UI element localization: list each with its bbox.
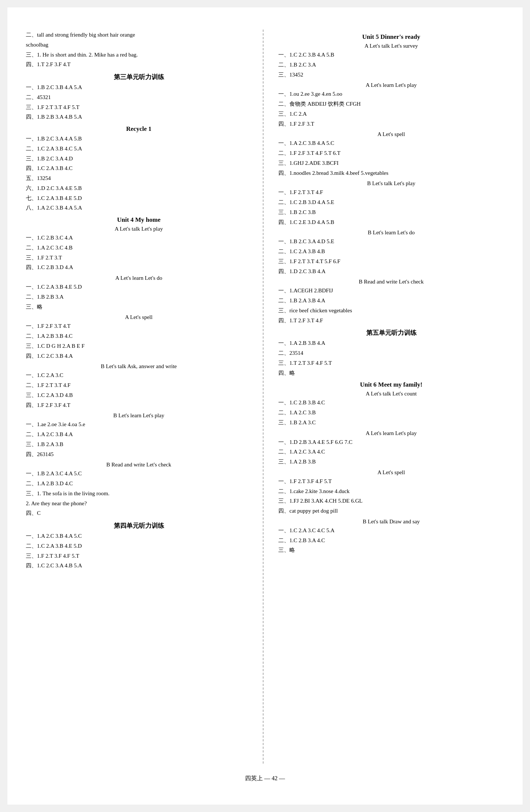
- u5s6-3: 三、rice beef chicken vegetables: [278, 306, 504, 315]
- unit5-s5: 一、1.B 2.C 3.A 4.D 5.E 二、1.C 2.A 3.B 4.B …: [278, 237, 504, 276]
- u4l-1: 一、1.A 2.C 3.B 4.A 5.C: [26, 531, 252, 541]
- u4s4-4: 四、1.F 2.F 3.F 4.T: [26, 401, 252, 410]
- u5l-1: 一、1.A 2.B 3.B 4.A: [278, 339, 504, 348]
- unit4-listen: 一、1.A 2.C 3.B 4.A 5.C 二、1.C 2.A 3.B 4.E …: [26, 531, 252, 570]
- u5s5-2: 二、1.C 2.A 3.B 4.B: [278, 247, 504, 256]
- unit5-sub6: B Read and write Let's check: [278, 279, 504, 285]
- u4l-3: 三、1.F 2.T 3.F 4.F 5.T: [26, 551, 252, 561]
- u5l-4: 四、略: [278, 368, 504, 378]
- unit6-s4: 一、1.C 2.A 3.C 4.C 5.A 二、1.C 2.B 3.A 4.C …: [278, 526, 504, 555]
- u5s2-4: 四、1.F 2.F 3.T: [278, 119, 504, 129]
- unit3-line-4: 四、1.B 2.B 3.A 4.B 5.A: [26, 112, 252, 122]
- r1-line-2: 二、1.C 2.A 3.B 4.C 5.A: [26, 144, 252, 153]
- u6s1-3: 三、1.B 2.A 3.C: [278, 418, 504, 427]
- u4s6-3: 三、1. The sofa is in the living room.: [26, 489, 252, 498]
- left-column: 二、tall and strong friendly big short hai…: [26, 30, 264, 764]
- u5l-3: 三、1.T 2.T 3.F 4.F 5.T: [278, 359, 504, 368]
- u5s3-4: 四、1.noodles 2.bread 3.milk 4.beef 5.vege…: [278, 169, 504, 178]
- unit3-line-1: 一、1.B 2.C 3.B 4.A 5.A: [26, 83, 252, 92]
- r1-line-7: 七、1.C 2.A 3.B 4.E 5.D: [26, 194, 252, 203]
- u6s2-1: 一、1.D 2.B 3.A 4.E 5.F 6.G 7.C: [278, 438, 504, 447]
- r1-line-6: 六、1.D 2.C 3.A 4.E 5.B: [26, 184, 252, 193]
- unit4-listen-title: 第四单元听力训练: [26, 521, 252, 530]
- u6s2-2: 二、1.A 2.C 3.A 4.C: [278, 447, 504, 456]
- u5s3-1: 一、1.A 2.C 3.B 4.A 5.C: [278, 139, 504, 148]
- unit5-title: Unit 5 Dinner's ready: [278, 33, 504, 41]
- u5l-2: 二、23514: [278, 349, 504, 358]
- r1-line-5: 五、13254: [26, 174, 252, 183]
- u4l-2: 二、1.C 2.A 3.B 4.E 5.D: [26, 541, 252, 551]
- u5s5-3: 三、1.F 2.T 3.T 4.T 5.F 6.F: [278, 257, 504, 266]
- intro-section: 二、tall and strong friendly big short hai…: [26, 30, 252, 69]
- u6s3-1: 一、1.F 2.T 3.F 4.F 5.T: [278, 477, 504, 486]
- u5s5-4: 四、1.D 2.C 3.B 4.A: [278, 267, 504, 276]
- unit5-sub4: B Let's talk Let's play: [278, 180, 504, 187]
- intro-line-2: schoolbag: [26, 40, 252, 50]
- page: 二、tall and strong friendly big short hai…: [7, 7, 523, 805]
- intro-line-3: 三、1. He is short and thin. 2. Mike has a…: [26, 50, 252, 60]
- unit3-line-2: 二、45321: [26, 93, 252, 102]
- u6s4-1: 一、1.C 2.A 3.C 4.C 5.A: [278, 526, 504, 535]
- unit5-sub5: B Let's learn Let's do: [278, 230, 504, 236]
- unit5-s6: 一、1.ACEGH 2.BDFIJ 二、1.B 2.A 3.B 4.A 三、ri…: [278, 286, 504, 325]
- intro-line-4: 四、1.T 2.F 3.F 4.T: [26, 60, 252, 69]
- u5s6-4: 四、1.T 2.F 3.T 4.F: [278, 316, 504, 325]
- unit4-sub3: A Let's spell: [26, 314, 252, 320]
- r1-line-1: 一、1.B 2.C 3.A 4.A 5.B: [26, 134, 252, 143]
- recycle1-title: Recycle 1: [26, 125, 252, 133]
- r1-line-4: 四、1.C 2.A 3.B 4.C: [26, 164, 252, 173]
- u6s3-4: 四、cat puppy pet dog pill: [278, 506, 504, 516]
- unit6-sub3: A Let's spell: [278, 469, 504, 476]
- u4s3-2: 二、1.A 2.B 3.B 4.C: [26, 332, 252, 341]
- unit5-listen-title: 第五单元听力训练: [278, 329, 504, 337]
- u5s2-2: 二、食物类 ABDEIJ 饮料类 CFGH: [278, 99, 504, 109]
- unit5-s1: 一、1.C 2.C 3.B 4.A 5.B 二、1.B 2.C 3.A 三、13…: [278, 50, 504, 79]
- u6s1-1: 一、1.C 2.B 3.B 4.C: [278, 398, 504, 407]
- u4s5-1: 一、1.ae 2.oe 3.ie 4.oa 5.e: [26, 420, 252, 429]
- u4s6-2: 二、1.A 2.B 3.D 4.C: [26, 479, 252, 488]
- u4s3-3: 三、1.C D G H 2.A B E F: [26, 342, 252, 351]
- u4s5-2: 二、1.A 2.C 3.B 4.A: [26, 430, 252, 439]
- recycle1-section: 一、1.B 2.C 3.A 4.A 5.B 二、1.C 2.A 3.B 4.C …: [26, 134, 252, 213]
- u5s1-3: 三、13452: [278, 70, 504, 79]
- unit5-s3: 一、1.A 2.C 3.B 4.A 5.C 二、1.F 2.F 3.T 4.F …: [278, 139, 504, 177]
- u4s5-3: 三、1.B 2.A 3.B: [26, 440, 252, 449]
- u5s5-1: 一、1.B 2.C 3.A 4.D 5.E: [278, 237, 504, 246]
- u5s4-2: 二、1.C 2.B 3.D 4.A 5.E: [278, 198, 504, 207]
- unit4-title: Unit 4 My home: [26, 216, 252, 224]
- u4s3-1: 一、1.F 2.F 3.T 4.T: [26, 322, 252, 331]
- unit5-sub1: A Let's talk Let's survey: [278, 43, 504, 49]
- unit4-s2: 一、1.C 2.A 3.B 4.E 5.D 二、1.B 2.B 3.A 三、略: [26, 282, 252, 311]
- u5s2-3: 三、1.C 2.A: [278, 109, 504, 119]
- unit4-s5: 一、1.ae 2.oe 3.ie 4.oa 5.e 二、1.A 2.C 3.B …: [26, 420, 252, 459]
- unit4-sub1: A Let's talk Let's play: [26, 226, 252, 232]
- u5s6-2: 二、1.B 2.A 3.B 4.A: [278, 296, 504, 305]
- intro-line-1: 二、tall and strong friendly big short hai…: [26, 30, 252, 40]
- u5s6-1: 一、1.ACEGH 2.BDFIJ: [278, 286, 504, 295]
- unit4-sub2: A Let's learn Let's do: [26, 275, 252, 281]
- u4s3-4: 四、1.C 2.C 3.B 4.A: [26, 351, 252, 361]
- u4s6-5: 四、C: [26, 509, 252, 518]
- unit4-sub4: B Let's talk Ask, answer and write: [26, 363, 252, 370]
- u4s1-3: 三、1.F 2.T 3.T: [26, 253, 252, 262]
- unit4-sub5: B Let's learn Let's play: [26, 412, 252, 419]
- unit5-listen: 一、1.A 2.B 3.B 4.A 二、23514 三、1.T 2.T 3.F …: [278, 339, 504, 377]
- u4s2-3: 三、略: [26, 302, 252, 312]
- u4s1-4: 四、1.C 2.B 3.D 4.A: [26, 263, 252, 272]
- unit4-s3: 一、1.F 2.F 3.T 4.T 二、1.A 2.B 3.B 4.C 三、1.…: [26, 322, 252, 360]
- unit6-sub1: A Let's talk Let's count: [278, 391, 504, 397]
- unit4-sub6: B Read and write Let's check: [26, 462, 252, 468]
- unit6-s3: 一、1.F 2.T 3.F 4.F 5.T 二、1.cake 2.kite 3.…: [278, 477, 504, 516]
- unit3-line-3: 三、1.F 2.T 3.T 4.F 5.T: [26, 103, 252, 112]
- u5s2-1: 一、1.ou 2.ee 3.ge 4.en 5.oo: [278, 89, 504, 99]
- u5s4-4: 四、1.C 2.E 3.D 4.A 5.B: [278, 218, 504, 227]
- u6s2-3: 三、1.A 2.B 3.B: [278, 457, 504, 466]
- u5s3-3: 三、1.GHJ 2.ADE 3.BCFI: [278, 159, 504, 168]
- u4l-4: 四、1.C 2.C 3.A 4.B 5.A: [26, 561, 252, 570]
- u5s1-2: 二、1.B 2.C 3.A: [278, 60, 504, 69]
- u4s4-3: 三、1.C 2.A 3.D 4.B: [26, 391, 252, 400]
- u5s4-1: 一、1.F 2.T 3.T 4.F: [278, 188, 504, 197]
- u4s6-1: 一、1.B 2.A 3.C 4.A 5.C: [26, 469, 252, 478]
- u6s1-2: 二、1.A 2.C 3.B: [278, 408, 504, 417]
- u4s2-1: 一、1.C 2.A 3.B 4.E 5.D: [26, 282, 252, 292]
